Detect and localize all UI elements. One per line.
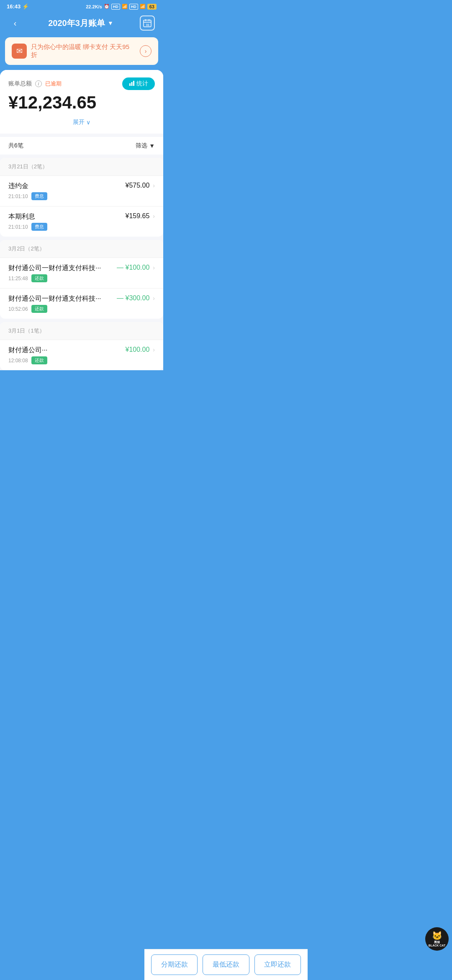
tx-right: — ¥100.00 ›: [117, 264, 155, 271]
tx-time: 12:08:08: [8, 358, 28, 364]
time: 16:43: [7, 3, 21, 10]
tx-meta: 21:01:10 费息: [8, 223, 125, 231]
chevron-right-icon: ›: [153, 182, 155, 189]
date-header-0: 3月21日（2笔）: [0, 158, 163, 175]
date-group-0: 3月21日（2笔） 违约金 21:01:10 费息 ¥575.00 › 本期利息…: [0, 158, 163, 237]
stats-label: 统计: [136, 80, 148, 88]
svg-text:31: 31: [146, 23, 149, 26]
stats-button[interactable]: 统计: [122, 77, 155, 90]
info-icon[interactable]: i: [35, 80, 42, 87]
calendar-button[interactable]: 31: [140, 15, 155, 31]
table-row[interactable]: 财付通公司一财付通支付科技··· 11:25:48 还款 — ¥100.00 ›: [0, 258, 163, 288]
chevron-right-icon: ›: [153, 264, 155, 271]
date-label-1: 3月2日（2笔）: [8, 245, 45, 252]
overdue-badge: 已逾期: [45, 80, 62, 88]
alarm-icon: ⏰: [104, 4, 110, 9]
lightning-icon: ⚡: [22, 3, 29, 10]
back-icon: ‹: [14, 18, 17, 28]
tx-name: 本期利息: [8, 212, 125, 221]
tx-left: 财付通公司··· 12:08:08 还款: [8, 346, 125, 364]
status-right: 22.2K/s ⏰ HD 📶 HD 📶 63: [86, 4, 157, 10]
expand-button[interactable]: 展开 ∨: [8, 117, 155, 128]
date-label-0: 3月21日（2笔）: [8, 163, 48, 170]
signal-icon2: 📶: [140, 4, 146, 9]
banner-icon: ✉: [12, 44, 27, 59]
banner-arrow[interactable]: ›: [140, 45, 152, 57]
envelope-icon: ✉: [16, 46, 23, 56]
tx-left: 违约金 21:01:10 费息: [8, 182, 125, 200]
date-group-2: 3月1日（1笔） 财付通公司··· 12:08:08 还款 ¥100.00 › …: [0, 322, 163, 370]
status-bar: 16:43 ⚡ 22.2K/s ⏰ HD 📶 HD 📶 63: [0, 0, 163, 11]
tx-meta: 10:52:06 还款: [8, 305, 117, 313]
dropdown-arrow: ▼: [108, 20, 113, 26]
status-left: 16:43 ⚡: [7, 3, 29, 10]
date-header-2: 3月1日（1笔）: [0, 322, 163, 340]
tx-amount: ¥575.00: [125, 182, 149, 189]
tx-right: ¥100.00 ›: [125, 346, 155, 353]
banner[interactable]: ✉ 只为你心中的温暖 绑卡支付 天天95折 ›: [5, 37, 158, 65]
speed: 22.2K/s: [86, 4, 102, 9]
tx-time: 10:52:06: [8, 306, 28, 312]
tx-name: 财付通公司···: [8, 346, 125, 355]
filter-label: 筛选: [136, 142, 147, 150]
total-count: 共6笔: [8, 142, 23, 150]
battery: 63: [147, 4, 157, 10]
tx-meta: 11:25:48 还款: [8, 274, 117, 282]
header: ‹ 2020年3月账单 ▼ 31: [0, 11, 163, 37]
hd-icon2: HD: [129, 4, 138, 10]
banner-text: 只为你心中的温暖 绑卡支付 天天95折: [31, 43, 136, 59]
svg-rect-6: [131, 82, 133, 86]
date-group-1: 3月2日（2笔） 财付通公司一财付通支付科技··· 11:25:48 还款 — …: [0, 240, 163, 319]
tx-meta: 21:01:10 费息: [8, 192, 125, 200]
hd-icon: HD: [111, 4, 120, 10]
table-row[interactable]: 违约金 21:01:10 费息 ¥575.00 ›: [0, 175, 163, 206]
tx-right: ¥159.65 ›: [125, 212, 155, 220]
tx-amount: ¥100.00: [125, 346, 149, 353]
header-title[interactable]: 2020年3月账单 ▼: [48, 18, 113, 29]
title-text: 2020年3月账单: [48, 18, 105, 29]
total-label-group: 账单总额 i 已逾期: [8, 80, 62, 88]
table-row[interactable]: 财付通公司一财付通支付科技··· 10:52:06 还款 — ¥300.00 ›: [0, 288, 163, 319]
calendar-icon: 31: [143, 18, 152, 28]
svg-rect-7: [133, 81, 134, 86]
table-row[interactable]: 财付通公司··· 12:08:08 还款 ¥100.00 ›: [0, 340, 163, 370]
tx-time: 21:01:10: [8, 193, 28, 199]
chevron-right-icon: ›: [153, 213, 155, 219]
total-header: 账单总额 i 已逾期 统计: [8, 77, 155, 90]
chevron-right-icon: ›: [153, 346, 155, 353]
filter-bar: 共6笔 筛选 ▼: [0, 137, 163, 155]
tx-name: 财付通公司一财付通支付科技···: [8, 264, 117, 273]
tx-amount: — ¥300.00: [117, 294, 149, 302]
tx-time: 21:01:10: [8, 224, 28, 230]
total-amount: ¥12,234.65: [8, 93, 155, 113]
filter-button[interactable]: 筛选 ▼: [136, 142, 155, 150]
back-button[interactable]: ‹: [8, 16, 22, 30]
expand-arrow: ∨: [86, 119, 90, 126]
tx-left: 财付通公司一财付通支付科技··· 10:52:06 还款: [8, 294, 117, 313]
tx-name: 违约金: [8, 182, 125, 191]
chevron-right-icon: ›: [153, 295, 155, 302]
signal-icon: 📶: [122, 4, 128, 9]
tx-right: — ¥300.00 ›: [117, 294, 155, 302]
tx-badge: 费息: [31, 223, 47, 231]
tx-badge: 费息: [31, 192, 47, 200]
stats-icon: [129, 80, 135, 88]
arrow-right-icon: ›: [145, 48, 147, 54]
total-card: 账单总额 i 已逾期 统计 ¥12,234.65 展开 ∨: [0, 70, 163, 134]
tx-left: 本期利息 21:01:10 费息: [8, 212, 125, 231]
tx-right: ¥575.00 ›: [125, 182, 155, 189]
total-label: 账单总额: [8, 80, 32, 88]
svg-rect-5: [129, 83, 131, 86]
main-content: 账单总额 i 已逾期 统计 ¥12,234.65 展开 ∨: [0, 70, 163, 370]
tx-badge: 还款: [31, 274, 47, 282]
tx-name: 财付通公司一财付通支付科技···: [8, 294, 117, 303]
tx-time: 11:25:48: [8, 276, 28, 281]
tx-badge: 还款: [31, 356, 47, 364]
date-label-2: 3月1日（1笔）: [8, 328, 45, 334]
tx-amount: ¥159.65: [125, 212, 149, 220]
tx-left: 财付通公司一财付通支付科技··· 11:25:48 还款: [8, 264, 117, 282]
date-header-1: 3月2日（2笔）: [0, 240, 163, 258]
expand-label: 展开: [73, 119, 85, 126]
tx-badge: 还款: [31, 305, 47, 313]
table-row[interactable]: 本期利息 21:01:10 费息 ¥159.65 ›: [0, 206, 163, 237]
